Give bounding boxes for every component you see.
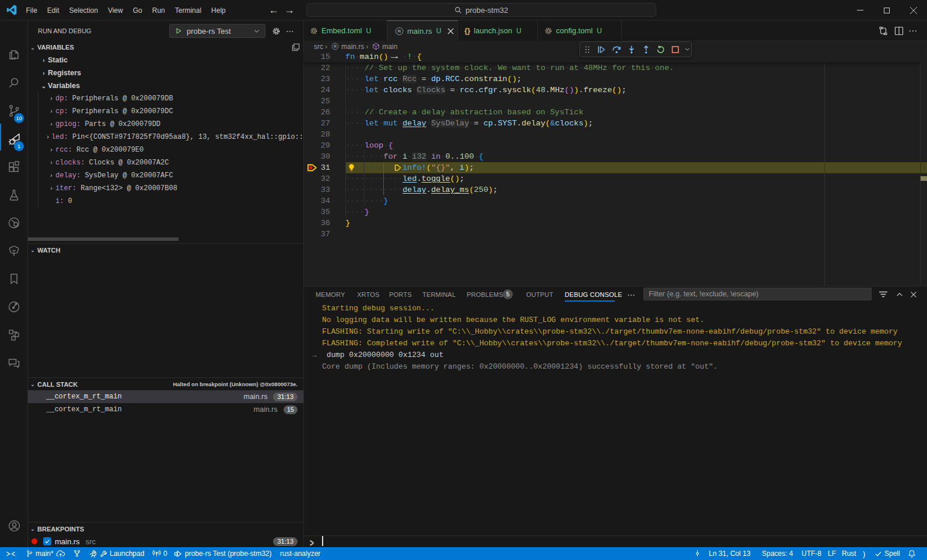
svg-text:R: R: [334, 44, 337, 48]
svg-text:R: R: [398, 29, 401, 34]
